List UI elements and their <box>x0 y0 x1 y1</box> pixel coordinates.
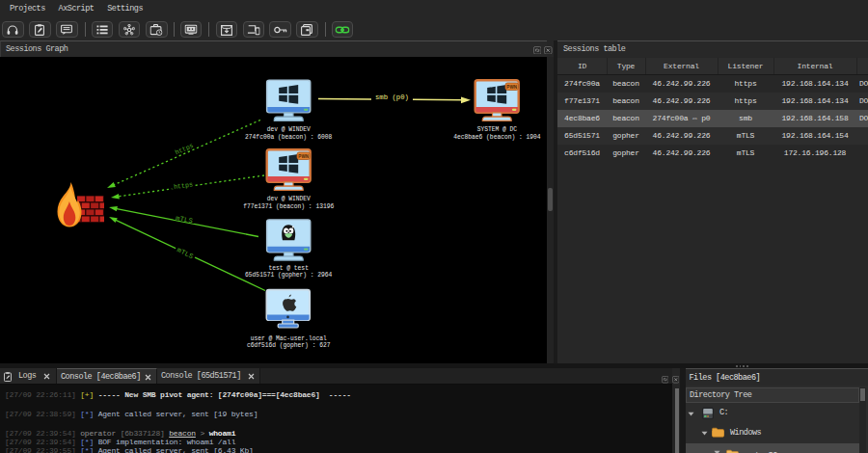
svg-text:smb (p0): smb (p0) <box>375 93 409 101</box>
svg-text:PWN: PWN <box>298 154 309 159</box>
svg-text:65d51571 (gopher) : 2964: 65d51571 (gopher) : 2964 <box>245 271 332 279</box>
svg-text:274fc00a (beacon) : 6008: 274fc00a (beacon) : 6008 <box>245 133 332 141</box>
svg-text:PWN: PWN <box>506 85 517 90</box>
svg-text:f77e1371 (beacon) : 13196: f77e1371 (beacon) : 13196 <box>243 202 334 210</box>
svg-text:4ec8bae6 (beacon) : 1904: 4ec8bae6 (beacon) : 1904 <box>453 133 540 141</box>
svg-text:https: https <box>174 180 194 191</box>
svg-text:dev @ WINDEV: dev @ WINDEV <box>267 195 312 202</box>
svg-text:c6df516d (gopher) : 627: c6df516d (gopher) : 627 <box>247 341 331 349</box>
svg-text:mTLS: mTLS <box>176 246 195 260</box>
